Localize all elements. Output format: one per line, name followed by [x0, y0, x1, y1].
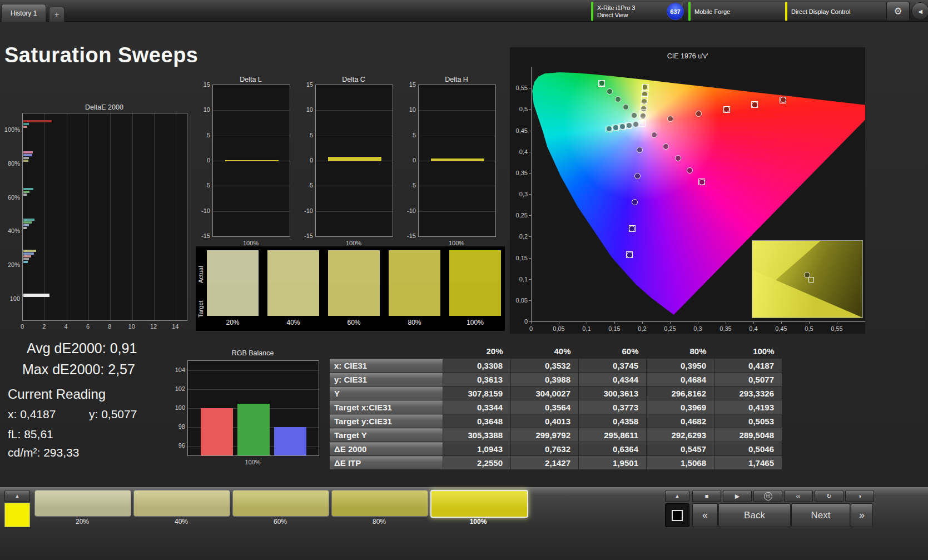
current-pattern-swatch[interactable] [4, 503, 30, 527]
y-axis-tick-label: -15 [293, 232, 313, 240]
x-axis-tick-label: 0,05 [548, 325, 570, 333]
y-axis-tick-label: 0 [396, 156, 416, 164]
add-tab-button[interactable]: + [49, 7, 64, 22]
y-axis-tick-label: 10 [190, 106, 210, 113]
pattern-level-button[interactable] [133, 490, 230, 517]
x-axis-label: 100% [212, 239, 289, 247]
display-toggle-button[interactable]: ◑ [845, 490, 874, 502]
y-axis-tick-label: 0 [503, 318, 528, 325]
axis-tick [529, 215, 531, 216]
settings-button[interactable]: ⚙ [886, 2, 910, 21]
source-dropdown[interactable]: Mobile Forge ▼ [688, 2, 798, 21]
next-button[interactable]: Next [791, 503, 850, 527]
table-cell: 307,8159 [443, 386, 511, 400]
table-cell: 0,5053 [714, 414, 782, 428]
display-control-dropdown[interactable]: Direct Display Control ▼ [785, 2, 903, 21]
x-axis-tick-label: 12 [147, 323, 160, 330]
rgb-bar [237, 404, 270, 456]
x-axis-tick-label: 0,5 [798, 325, 820, 333]
y-axis-tick-label: 100 [0, 295, 20, 303]
deltae-bar [23, 151, 33, 153]
cie-target-point [626, 122, 632, 129]
back-button[interactable]: Back [718, 503, 791, 527]
table-column-header: 20% [443, 344, 511, 359]
table-row-label: ΔE 2000 [330, 442, 443, 456]
deltae-bar [23, 191, 29, 193]
pattern-up-button-right[interactable]: ▲ [665, 490, 689, 502]
cie-target-point [626, 251, 633, 258]
collapse-panel-button[interactable]: ◀ [911, 2, 928, 20]
table-cell: 0,3532 [511, 359, 579, 373]
current-x-reading: x: 0,4187 [8, 408, 56, 421]
axis-tick [529, 258, 531, 259]
measurement-table: 20%40%60%80%100%x: CIE310,33080,35320,37… [329, 344, 782, 470]
current-cdm2-reading: cd/m²: 293,33 [8, 446, 79, 459]
table-cell: 300,3613 [579, 386, 647, 400]
swatch-target [328, 283, 380, 316]
gridline [316, 186, 393, 186]
pattern-level-button[interactable] [430, 490, 528, 518]
table-cell: 299,9792 [511, 428, 579, 442]
axis-tick [642, 321, 643, 324]
table-row-label: Target y:CIE31 [330, 414, 443, 428]
swatch-step-label: 60% [328, 319, 380, 326]
table-cell: 0,3344 [443, 400, 511, 414]
deltae-bar [23, 157, 29, 159]
y-axis-tick-label: -10 [396, 207, 416, 215]
gridline [110, 113, 111, 320]
table-cell: 0,5457 [647, 442, 714, 456]
table-cell: 305,3388 [443, 428, 511, 442]
cie-target-point [629, 225, 636, 232]
pattern-window-button[interactable] [665, 503, 689, 527]
swatch-target [267, 283, 319, 316]
next-chevrons-button[interactable]: » [851, 503, 873, 527]
x-axis-label: 100% [315, 239, 392, 247]
table-cell: 0,3969 [647, 400, 714, 414]
delta-h-chart-title: Delta H [418, 76, 495, 83]
hold-button[interactable]: H [753, 490, 782, 502]
table-cell: 304,0027 [511, 386, 579, 400]
deltae-bar [23, 219, 34, 221]
up-arrow-icon: ▲ [15, 493, 20, 499]
cie-target-point [606, 126, 612, 132]
y-axis-tick-label: 0,15 [503, 254, 528, 262]
gridline [419, 136, 495, 136]
table-cell: 0,4187 [714, 359, 782, 373]
continuous-measure-button[interactable]: ∞ [784, 490, 813, 502]
deltae-bar [23, 227, 27, 229]
x-axis-tick-label: 0,35 [714, 325, 737, 333]
stop-icon: ■ [705, 493, 709, 499]
x-axis-tick-label: 10 [125, 323, 138, 330]
y-axis-tick-label: 0,1 [503, 275, 528, 283]
play-button[interactable]: ▶ [723, 490, 752, 502]
table-cell: 0,3950 [647, 359, 714, 373]
axis-tick [529, 88, 531, 88]
tab-history-1[interactable]: History 1 [1, 4, 46, 22]
x-axis-tick-label: 0,45 [770, 325, 792, 333]
tab-label: History 1 [11, 9, 37, 17]
deltae2000-chart-title: DeltaE 2000 [22, 103, 186, 111]
refresh-button[interactable]: ↻ [815, 490, 843, 502]
table-cell: 0,3613 [443, 373, 511, 386]
gridline [154, 113, 155, 320]
y-axis-tick-label: 98 [165, 423, 185, 430]
y-axis-tick-label: 15 [396, 81, 416, 88]
half-circle-icon: ◑ [858, 493, 862, 499]
cie-target-point [598, 80, 605, 87]
cie-target-point [641, 103, 647, 110]
x-axis-tick-label: 6 [81, 323, 95, 330]
deltae-bar [23, 126, 27, 128]
gridline [316, 136, 393, 136]
pattern-level-label: 20% [34, 518, 130, 526]
previous-chevrons-button[interactable]: « [692, 503, 718, 527]
pattern-level-button[interactable] [331, 490, 428, 517]
pattern-up-button[interactable]: ▲ [4, 490, 30, 502]
deltae-bar [23, 250, 36, 252]
stop-button[interactable]: ■ [692, 490, 721, 502]
pattern-level-button[interactable] [232, 490, 329, 517]
swatch-target [389, 283, 440, 316]
actual-target-swatch-panel: Actual Target 20%40%60%80%100% [196, 246, 505, 331]
refresh-icon: ↻ [826, 493, 831, 500]
pattern-level-button[interactable] [34, 490, 131, 517]
y-axis-tick-label: 0,3 [503, 190, 528, 198]
